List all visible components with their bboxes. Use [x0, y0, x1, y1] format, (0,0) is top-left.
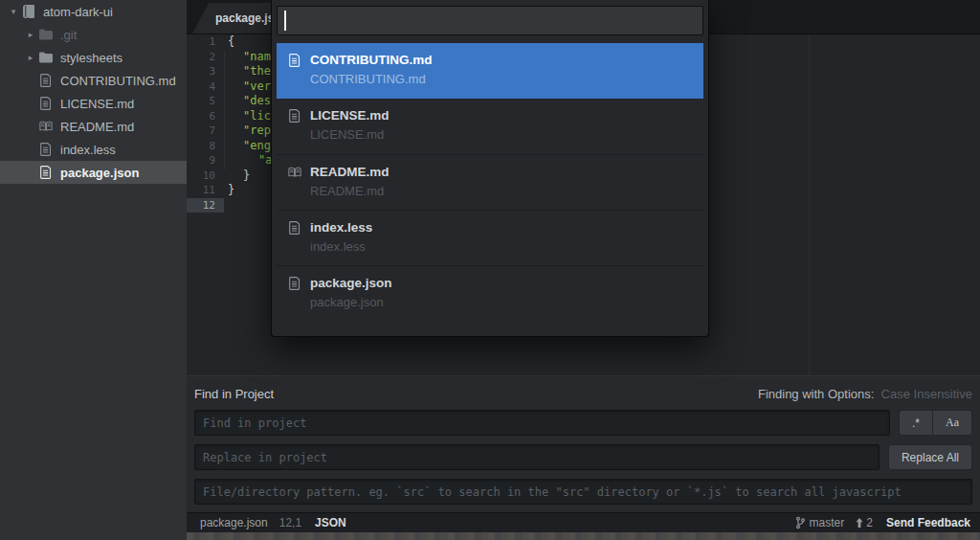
- tree-item-label: package.json: [60, 166, 139, 180]
- tree-item-contributing-md[interactable]: CONTRIBUTING.md: [0, 69, 187, 92]
- file-icon: [39, 166, 54, 180]
- line-number: 5: [187, 94, 224, 109]
- code-text: "ver: [224, 79, 271, 95]
- tree-item-label: README.md: [60, 120, 134, 134]
- git-ahead-count: 2: [866, 516, 873, 529]
- finder-item-title: LICENSE.md: [310, 108, 390, 123]
- line-number: 3: [187, 64, 224, 79]
- line-number: 12: [187, 198, 224, 214]
- finder-item-title: CONTRIBUTING.md: [310, 53, 433, 67]
- send-feedback-link[interactable]: Send Feedback: [886, 516, 970, 529]
- fuzzy-finder-modal: CONTRIBUTING.mdCONTRIBUTING.mdLICENSE.md…: [271, 0, 709, 337]
- tree-item-license-md[interactable]: LICENSE.md: [0, 92, 187, 115]
- finder-item-path: LICENSE.md: [310, 127, 694, 142]
- finder-item-title: README.md: [310, 165, 390, 179]
- tree-item-label: index.less: [60, 143, 116, 157]
- wrap-guide: [809, 34, 810, 375]
- code-text: [224, 198, 228, 214]
- find-input[interactable]: Find in project: [194, 410, 890, 436]
- file-icon: [39, 143, 54, 157]
- replace-all-button[interactable]: Replace All: [888, 444, 972, 470]
- file-icon: [288, 54, 301, 67]
- status-file-name[interactable]: package.json: [200, 516, 268, 529]
- file-icon: [288, 277, 301, 290]
- file-icon: [39, 74, 54, 88]
- line-number: 9: [187, 153, 224, 169]
- finder-item-package-json[interactable]: package.jsonpackage.json: [277, 265, 703, 321]
- code-text: "rep: [224, 124, 271, 139]
- case-sensitivity-toggle-button[interactable]: Aa: [932, 410, 972, 436]
- finder-item-path: package.json: [310, 295, 694, 309]
- line-number: 7: [187, 124, 224, 139]
- line-number: 11: [187, 183, 224, 198]
- line-number: 10: [187, 169, 224, 184]
- line-number: 1: [187, 34, 224, 50]
- window-bottom-edge: [187, 532, 980, 540]
- tree-item-readme-md[interactable]: README.md: [0, 115, 187, 138]
- finder-item-contributing-md[interactable]: CONTRIBUTING.mdCONTRIBUTING.md: [277, 43, 703, 99]
- finder-item-index-less[interactable]: index.lessindex.less: [277, 210, 703, 265]
- indent-guide: [224, 51, 225, 169]
- tree-item-label: .git: [60, 28, 77, 42]
- tree-item-index-less[interactable]: index.less: [0, 138, 187, 161]
- folder-icon: [39, 28, 54, 42]
- repo-icon: [22, 5, 36, 19]
- code-text: "the: [224, 64, 271, 79]
- path-pattern-input[interactable]: File/directory pattern. eg. `src` to sea…: [194, 479, 972, 505]
- tree-item-package-json[interactable]: package.json: [0, 161, 187, 184]
- book-icon: [39, 120, 54, 134]
- replace-input[interactable]: Replace in project: [194, 444, 880, 470]
- regex-toggle-button[interactable]: .*: [899, 410, 932, 436]
- git-ahead-status: 2: [856, 516, 873, 529]
- finder-item-title: package.json: [310, 276, 392, 290]
- file-icon: [288, 109, 301, 123]
- code-text: }: [224, 169, 250, 184]
- tree-item--git[interactable]: ▸.git: [0, 23, 187, 46]
- tree-item-stylesheets[interactable]: ▸stylesheets: [0, 46, 187, 69]
- fuzzy-finder-list: CONTRIBUTING.mdCONTRIBUTING.mdLICENSE.md…: [277, 43, 703, 321]
- code-text: }: [224, 183, 234, 198]
- tree-item-label: stylesheets: [60, 51, 122, 65]
- status-grammar[interactable]: JSON: [315, 516, 346, 529]
- finder-item-title: index.less: [310, 220, 372, 235]
- find-in-project-panel: Find in Project Finding with Options: Ca…: [187, 375, 980, 512]
- status-bar: package.json 12,1 JSON master 2 Send Fee…: [187, 512, 980, 532]
- line-number: 4: [187, 79, 224, 95]
- file-icon: [288, 221, 301, 235]
- file-icon: [39, 97, 54, 111]
- chevron-down-icon[interactable]: ▾: [5, 7, 22, 16]
- tree-item-label: CONTRIBUTING.md: [60, 74, 176, 88]
- find-options-label: Finding with Options:: [758, 387, 874, 401]
- book-icon: [288, 166, 301, 179]
- git-branch-name[interactable]: master: [810, 516, 845, 529]
- code-text: "des: [224, 94, 271, 109]
- chevron-right-icon[interactable]: ▸: [22, 30, 39, 39]
- code-text: "nam: [224, 50, 271, 65]
- find-option-buttons: .* Aa: [899, 410, 972, 436]
- status-cursor-position[interactable]: 12,1: [279, 516, 301, 529]
- finder-item-path: README.md: [310, 184, 694, 198]
- code-text: "lic: [224, 109, 271, 124]
- text-cursor: [284, 11, 286, 31]
- tree-view[interactable]: ▾atom-dark-ui▸.git▸stylesheetsCONTRIBUTI…: [0, 0, 187, 540]
- fuzzy-finder-input[interactable]: [277, 6, 703, 35]
- tree-item-atom-dark-ui[interactable]: ▾atom-dark-ui: [0, 0, 187, 23]
- line-number: 6: [187, 109, 224, 124]
- line-number: 2: [187, 50, 224, 65]
- code-text: "a: [224, 153, 272, 169]
- finder-item-path: CONTRIBUTING.md: [310, 72, 694, 86]
- line-number: 8: [187, 139, 224, 154]
- finder-item-license-md[interactable]: LICENSE.mdLICENSE.md: [277, 99, 703, 154]
- git-branch-icon: [795, 516, 806, 529]
- arrow-up-icon: [856, 518, 863, 528]
- code-text: "eng: [224, 139, 271, 154]
- folder-icon: [39, 51, 54, 65]
- tree-item-label: LICENSE.md: [60, 97, 134, 111]
- chevron-right-icon[interactable]: ▸: [22, 53, 39, 62]
- tree-item-label: atom-dark-ui: [43, 5, 113, 19]
- finder-item-path: index.less: [310, 239, 694, 254]
- find-options-status: Finding with Options: Case Insensitive: [758, 387, 972, 401]
- finder-item-readme-md[interactable]: README.mdREADME.md: [277, 154, 703, 210]
- find-panel-title: Find in Project: [194, 387, 274, 401]
- atom-window: ▾atom-dark-ui▸.git▸stylesheetsCONTRIBUTI…: [0, 0, 980, 540]
